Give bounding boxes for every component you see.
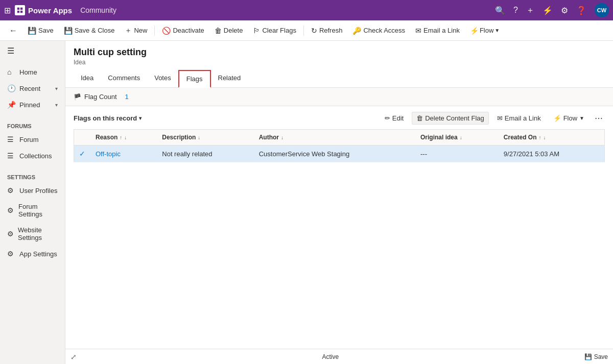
flags-actions: ✏ Edit 🗑 Delete Content Flag ✉ Email a L… xyxy=(381,111,605,125)
grid-icon[interactable]: ⊞ xyxy=(4,6,11,15)
delete-content-flag-button[interactable]: 🗑 Delete Content Flag xyxy=(412,112,489,125)
sidebar-pinned-label: Pinned xyxy=(19,101,40,109)
delete-button[interactable]: 🗑 Delete xyxy=(210,25,247,37)
reason-sort-desc-icon: ↓ xyxy=(124,135,127,140)
cell-created-on: 9/27/2021 5:03 AM xyxy=(499,145,605,162)
sidebar-item-website-settings[interactable]: ⚙ Website Settings xyxy=(0,222,65,246)
deactivate-icon: 🚫 xyxy=(162,27,171,35)
forums-group-header: Forums xyxy=(0,119,65,131)
sidebar-item-collections[interactable]: ☰ Collections xyxy=(0,148,65,164)
svg-rect-3 xyxy=(20,11,22,13)
more-options-icon[interactable]: ⋯ xyxy=(593,111,605,125)
help-icon[interactable]: ? xyxy=(513,6,518,15)
sidebar-settings-section: Settings ⚙ User Profiles ⚙ Forum Setting… xyxy=(0,167,65,265)
cell-reason[interactable]: Off-topic xyxy=(90,145,157,162)
forum-icon: ☰ xyxy=(7,135,15,143)
flow-button[interactable]: ⚡ Flow ▼ xyxy=(466,25,504,37)
cell-description: Not really related xyxy=(157,145,253,162)
flags-flow-button[interactable]: ⚡ Flow ▼ xyxy=(549,112,588,124)
flags-subheader: Flags on this record ▾ ✏ Edit 🗑 Delete C… xyxy=(74,106,605,129)
sidebar-website-settings-label: Website Settings xyxy=(18,226,58,241)
new-button[interactable]: ＋ New xyxy=(121,24,151,37)
tab-votes[interactable]: Votes xyxy=(147,70,178,88)
flags-flow-icon: ⚡ xyxy=(553,114,561,122)
top-bar-icons: 🔍 ? ＋ ⚡ ⚙ ❓ CW xyxy=(495,3,609,17)
tab-comments[interactable]: Comments xyxy=(101,70,147,88)
flags-table: Reason ↑ ↓ Description ↓ xyxy=(74,129,605,162)
question-icon[interactable]: ❓ xyxy=(576,6,586,15)
sidebar-item-forum-settings[interactable]: ⚙ Forum Settings xyxy=(0,199,65,222)
flag-count-bar: 🏴 Flag Count 1 xyxy=(65,88,613,106)
status-save-button[interactable]: 💾 Save xyxy=(584,353,608,360)
email-link-icon: ✉ xyxy=(415,27,421,35)
avatar[interactable]: CW xyxy=(595,3,609,17)
status-save-icon: 💾 xyxy=(584,353,592,360)
sidebar-user-profiles-label: User Profiles xyxy=(19,187,57,195)
check-access-button[interactable]: 🔑 Check Access xyxy=(348,25,409,37)
app-settings-icon: ⚙ xyxy=(7,250,15,258)
settings-icon[interactable]: ⚙ xyxy=(561,6,568,15)
sidebar-item-forum[interactable]: ☰ Forum xyxy=(0,131,65,148)
filter-icon[interactable]: ⚡ xyxy=(543,6,553,15)
sidebar-forums-section: Forums ☰ Forum ☰ Collections xyxy=(0,116,65,167)
tab-idea[interactable]: Idea xyxy=(74,70,101,88)
svg-rect-1 xyxy=(20,8,22,10)
col-header-author[interactable]: Author ↓ xyxy=(254,130,415,145)
flags-on-record-title[interactable]: Flags on this record ▾ xyxy=(74,114,142,122)
command-toolbar: ← 💾 Save 💾 Save & Close ＋ New 🚫 Deactiva… xyxy=(0,20,613,41)
flow-icon: ⚡ xyxy=(470,27,479,35)
search-icon[interactable]: 🔍 xyxy=(495,6,505,15)
check-icon: ✓ xyxy=(79,150,85,158)
deactivate-button[interactable]: 🚫 Deactivate xyxy=(158,25,208,37)
sidebar-forum-label: Forum xyxy=(19,136,39,143)
sidebar-item-pinned[interactable]: 📌 Pinned ▾ xyxy=(0,96,65,113)
sidebar-main-section: ⌂ Home 🕐 Recent ▾ 📌 Pinned ▾ xyxy=(0,61,65,116)
sidebar-hamburger[interactable]: ☰ xyxy=(0,41,65,61)
sidebar: ☰ ⌂ Home 🕐 Recent ▾ 📌 Pinned ▾ xyxy=(0,41,65,364)
save-close-button[interactable]: 💾 Save & Close xyxy=(60,25,119,37)
edit-flag-button[interactable]: ✏ Edit xyxy=(381,112,408,124)
col-header-original-idea[interactable]: Original idea ↓ xyxy=(415,130,499,145)
power-apps-logo-icon xyxy=(15,5,25,15)
website-settings-icon: ⚙ xyxy=(7,230,14,238)
sidebar-item-home[interactable]: ⌂ Home xyxy=(0,64,65,80)
sidebar-item-app-settings[interactable]: ⚙ App Settings xyxy=(0,246,65,262)
flag-count-value: 1 xyxy=(125,93,129,101)
flag-count-text: Flag Count xyxy=(84,93,117,101)
app-logo[interactable]: Power Apps xyxy=(15,5,72,15)
add-icon[interactable]: ＋ xyxy=(526,5,534,16)
expand-icon[interactable]: ⤢ xyxy=(70,353,77,361)
table-body: ✓ Off-topic Not really related CustomerS… xyxy=(74,145,605,162)
flags-area: Flags on this record ▾ ✏ Edit 🗑 Delete C… xyxy=(65,106,613,349)
svg-rect-0 xyxy=(17,8,19,10)
edit-icon: ✏ xyxy=(385,114,390,122)
col-header-reason[interactable]: Reason ↑ ↓ xyxy=(90,130,157,145)
table-row[interactable]: ✓ Off-topic Not really related CustomerS… xyxy=(74,145,605,162)
created-on-sort-asc-icon: ↑ xyxy=(539,135,541,140)
row-checkbox[interactable]: ✓ xyxy=(74,145,91,162)
user-profiles-icon: ⚙ xyxy=(7,186,15,195)
save-button[interactable]: 💾 Save xyxy=(23,25,58,37)
status-bar: ⤢ Active 💾 Save xyxy=(65,349,613,364)
tab-related[interactable]: Related xyxy=(211,70,248,88)
back-button[interactable]: ← xyxy=(5,24,21,37)
sidebar-item-user-profiles[interactable]: ⚙ User Profiles xyxy=(0,182,65,199)
recent-chevron-icon: ▾ xyxy=(55,86,58,91)
refresh-icon: ↻ xyxy=(311,27,317,35)
sidebar-item-recent[interactable]: 🕐 Recent ▾ xyxy=(0,80,65,96)
flag-count-label: 🏴 Flag Count xyxy=(74,93,117,101)
clear-flags-button[interactable]: 🏳 Clear Flags xyxy=(249,25,300,37)
table-header: Reason ↑ ↓ Description ↓ xyxy=(74,130,605,145)
description-sort-icon: ↓ xyxy=(198,135,200,140)
email-link-button[interactable]: ✉ Email a Link xyxy=(411,25,464,37)
flags-email-icon: ✉ xyxy=(497,114,503,122)
created-on-sort-desc-icon: ↓ xyxy=(544,135,546,140)
col-header-description[interactable]: Description ↓ xyxy=(157,130,253,145)
flags-email-link-button[interactable]: ✉ Email a Link xyxy=(493,112,545,124)
tab-flags[interactable]: Flags xyxy=(178,70,211,88)
new-icon: ＋ xyxy=(125,26,132,35)
col-header-created-on[interactable]: Created On ↑ ↓ xyxy=(499,130,605,145)
refresh-button[interactable]: ↻ Refresh xyxy=(307,25,347,37)
page-content: Multi cup setting Idea Idea Comments Vot… xyxy=(65,41,613,364)
check-access-icon: 🔑 xyxy=(352,27,361,35)
